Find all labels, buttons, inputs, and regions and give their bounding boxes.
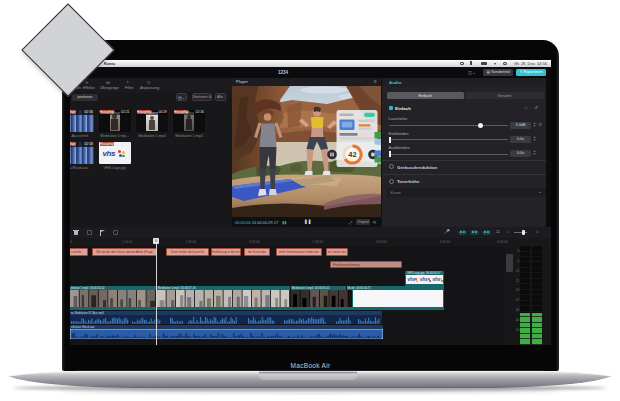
svg-text:42: 42 (348, 150, 356, 159)
